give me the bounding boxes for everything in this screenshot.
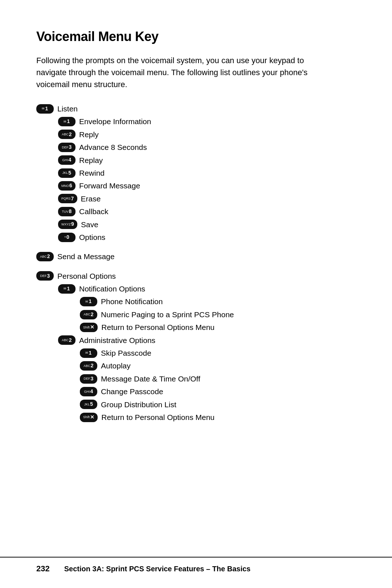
list-item: +0Options (58, 232, 356, 242)
menu-item-label: Message Date & Time On/Off (101, 373, 200, 384)
list-item: ABC2Numeric Paging to a Sprint PCS Phone (80, 309, 356, 320)
menu-item-label: Advance 8 Seconds (79, 142, 147, 152)
menu-item-label: Options (79, 232, 105, 242)
list-item: ABC2Administrative Options (58, 335, 356, 346)
key-badge: JKL5 (80, 400, 97, 409)
key-badge: ABC2 (80, 310, 97, 319)
menu-item-label: Return to Personal Options Menu (101, 412, 215, 422)
menu-item-label: Change Passcode (101, 386, 163, 397)
list-item: DEF3Message Date & Time On/Off (80, 373, 356, 384)
key-badge: ✉1 (80, 348, 97, 358)
menu-item-label: Send a Message (57, 251, 115, 262)
list-item: ABC2Autoplay (80, 360, 356, 371)
menu-item-label: Notification Options (79, 283, 145, 294)
list-item: ✉1Notification Options (58, 283, 356, 294)
page-footer: 232 Section 3A: Sprint PCS Service Featu… (0, 557, 392, 573)
page-content: Voicemail Menu Key Following the prompts… (0, 0, 392, 446)
key-badge: ✉1 (80, 297, 97, 306)
key-badge: GHI4 (58, 155, 75, 165)
list-item: ✉1Skip Passcode (80, 348, 356, 358)
menu-item-label: Group Distribution List (101, 399, 176, 410)
list-item: ABC2Send a Message (36, 251, 356, 262)
menu-item-label: Return to Personal Options Menu (101, 322, 215, 332)
menu-spacer (36, 264, 356, 269)
page-title: Voicemail Menu Key (36, 29, 356, 44)
menu-item-label: Phone Notification (101, 296, 163, 307)
menu-item-label: Envelope Information (79, 116, 151, 127)
key-badge: DEF3 (80, 374, 97, 384)
list-item: DEF3Personal Options (36, 271, 356, 281)
key-badge: ✉1 (58, 117, 75, 126)
menu-item-label: Replay (79, 155, 103, 166)
list-item: GHI4Change Passcode (80, 386, 356, 397)
key-badge: DEF3 (36, 271, 54, 281)
menu-list: ✉1Listen✉1Envelope InformationABC2ReplyD… (36, 103, 356, 422)
key-badge: JKL5 (58, 168, 75, 178)
list-item: JKL5Rewind (58, 168, 356, 178)
list-item: Shift✕Return to Personal Options Menu (80, 322, 356, 332)
list-item: ✉1Envelope Information (58, 116, 356, 127)
list-item: Shift✕Return to Personal Options Menu (80, 412, 356, 422)
menu-item-label: Rewind (79, 168, 105, 178)
key-badge: ABC2 (58, 130, 75, 139)
intro-paragraph: Following the prompts on the voicemail s… (36, 54, 334, 90)
key-badge: +0 (58, 233, 75, 242)
menu-item-label: Numeric Paging to a Sprint PCS Phone (101, 309, 234, 320)
list-item: JKL5Group Distribution List (80, 399, 356, 410)
key-badge: ✉1 (36, 104, 54, 114)
menu-item-label: Reply (79, 129, 99, 140)
menu-item-label: Autoplay (101, 360, 131, 371)
footer-page-number: 232 (36, 564, 50, 573)
menu-item-label: Save (81, 219, 98, 230)
list-item: ✉1Phone Notification (80, 296, 356, 307)
key-badge: Shift✕ (80, 323, 98, 332)
key-badge: ✉1 (58, 284, 75, 294)
list-item: TUV8Callback (58, 206, 356, 217)
key-badge: DEF3 (58, 143, 75, 152)
menu-item-label: Callback (79, 206, 109, 217)
key-badge: Shift✕ (80, 413, 98, 422)
menu-spacer (36, 245, 356, 249)
list-item: ✉1Listen (36, 103, 356, 114)
menu-item-label: Personal Options (57, 271, 116, 281)
menu-item-label: Erase (81, 193, 101, 204)
key-badge: MNO6 (58, 181, 75, 191)
list-item: PQRS7Erase (58, 193, 356, 204)
key-badge: PQRS7 (58, 194, 77, 203)
key-badge: ABC2 (36, 252, 54, 261)
list-item: ABC2Reply (58, 129, 356, 140)
menu-item-label: Forward Message (79, 180, 140, 191)
footer-section-label: Section 3A: Sprint PCS Service Features … (64, 565, 251, 573)
list-item: GHI4Replay (58, 155, 356, 166)
key-badge: TUV8 (58, 207, 75, 216)
list-item: DEF3Advance 8 Seconds (58, 142, 356, 152)
list-item: MNO6Forward Message (58, 180, 356, 191)
list-item: WXYZ9Save (58, 219, 356, 230)
key-badge: WXYZ9 (58, 220, 77, 229)
menu-item-label: Administrative Options (79, 335, 155, 346)
key-badge: ABC2 (58, 335, 75, 345)
key-badge: GHI4 (80, 387, 97, 396)
menu-item-label: Listen (57, 103, 78, 114)
key-badge: ABC2 (80, 361, 97, 371)
menu-item-label: Skip Passcode (101, 348, 151, 358)
